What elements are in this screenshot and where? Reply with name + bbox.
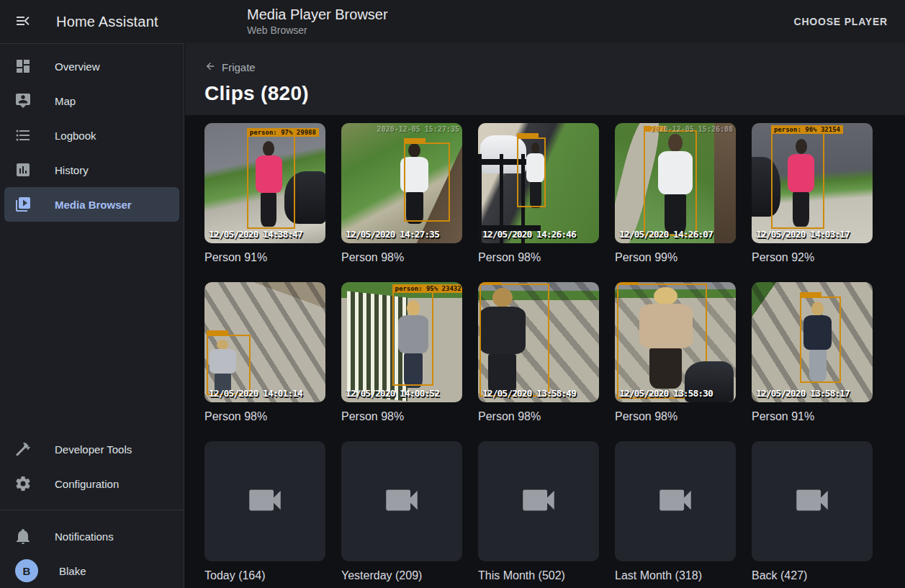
- clip-caption: Person 99%: [615, 250, 736, 266]
- breadcrumb-frigate[interactable]: Frigate: [204, 60, 256, 74]
- folder-card[interactable]: Today (164): [204, 441, 325, 584]
- dashboard-icon: [14, 58, 32, 75]
- app-bar: Home Assistant Media Player Browser Web …: [0, 0, 905, 43]
- clip-card[interactable]: person: 97% 29988 12/05/2020 14:38:47 Pe…: [204, 123, 325, 266]
- detection-bounding-box: person: 96% 32154: [771, 132, 824, 229]
- content-header: Frigate Clips (820): [185, 43, 905, 115]
- choose-player-button[interactable]: CHOOSE PLAYER: [788, 10, 893, 33]
- clip-thumbnail: 2020-12-05 15:26:08 12/05/2020 14:26:07: [615, 123, 736, 243]
- sidebar-tools: Developer Tools Configuration: [0, 432, 184, 501]
- bell-icon: [14, 528, 32, 545]
- detection-tag: person: 96% 32154: [771, 125, 843, 134]
- folder-thumbnail: [478, 441, 599, 561]
- sidebar-item-media-browser[interactable]: Media Browser: [4, 187, 179, 222]
- clip-thumbnail: 12/05/2020 14:01:14: [204, 282, 325, 402]
- detection-bounding-box: [644, 130, 697, 236]
- camera-osd-text: 2020-12-05 15:26:08: [651, 125, 733, 133]
- clip-timestamp: 12/05/2020 14:01:14: [209, 388, 302, 399]
- folder-card[interactable]: Back (427): [752, 441, 873, 584]
- main-content: Frigate Clips (820) person: 97% 29988 12…: [185, 43, 905, 588]
- breadcrumb-label: Frigate: [222, 61, 256, 73]
- page-title: Clips (820): [204, 82, 905, 105]
- detection-bounding-box: [800, 297, 841, 383]
- clip-card[interactable]: 12/05/2020 13:58:30 Person 98%: [615, 282, 736, 425]
- detection-bounding-box: [479, 284, 549, 397]
- sidebar-item-configuration[interactable]: Configuration: [4, 466, 179, 501]
- clip-thumbnail: 12/05/2020 14:26:46: [478, 123, 599, 243]
- profile-name: Blake: [59, 565, 86, 577]
- clip-timestamp: 12/05/2020 14:00:52: [346, 388, 439, 399]
- detection-bounding-box: [404, 143, 450, 222]
- clip-timestamp: 12/05/2020 14:26:46: [482, 229, 576, 240]
- clip-thumbnail: person: 97% 29988 12/05/2020 14:38:47: [204, 123, 325, 243]
- detection-tag: person: 95% 23432: [392, 284, 462, 293]
- web-browser-subtitle: Web Browser: [247, 24, 388, 36]
- folder-thumbnail: [204, 441, 325, 561]
- clip-card[interactable]: 12/05/2020 14:26:46 Person 98%: [478, 123, 599, 266]
- clip-card[interactable]: 2020-12-05 15:27:35 12/05/2020 14:27:35 …: [341, 123, 462, 266]
- folder-label: Last Month (318): [615, 568, 736, 584]
- sidebar-item-notifications[interactable]: Notifications: [4, 519, 179, 553]
- media-browser-icon: [14, 196, 32, 213]
- sidebar-item-history[interactable]: History: [4, 153, 179, 187]
- folder-card[interactable]: Last Month (318): [615, 441, 736, 584]
- clip-card[interactable]: person: 96% 32154 12/05/2020 14:03:17 Pe…: [752, 123, 873, 266]
- folder-label: This Month (502): [478, 568, 599, 584]
- video-camera-icon: [244, 479, 286, 524]
- page-title-block: Media Player Browser Web Browser: [247, 6, 388, 36]
- detection-bounding-box: person: 95% 23432: [392, 291, 433, 385]
- sidebar-item-developer-tools[interactable]: Developer Tools: [4, 432, 179, 466]
- detection-bounding-box: person: 97% 29988: [247, 135, 295, 229]
- detection-tag: [207, 330, 228, 336]
- sidebar-item-label: Logbook: [55, 130, 96, 142]
- sidebar-item-overview[interactable]: Overview: [4, 49, 179, 83]
- clip-caption: Person 98%: [341, 409, 462, 425]
- sidebar-item-map[interactable]: Map: [4, 83, 179, 118]
- app-title: Home Assistant: [56, 14, 158, 30]
- folder-thumbnail: [341, 441, 462, 561]
- clip-caption: Person 92%: [752, 250, 873, 266]
- detection-tag: person: 97% 29988: [247, 128, 319, 137]
- clip-thumbnail: 12/05/2020 13:58:17: [752, 282, 873, 402]
- video-camera-icon: [381, 479, 423, 524]
- clip-card[interactable]: 12/05/2020 13:58:17 Person 91%: [752, 282, 873, 425]
- detection-tag: [404, 138, 426, 144]
- detection-bounding-box: [207, 335, 250, 395]
- folder-thumbnail: [615, 441, 736, 561]
- clip-caption: Person 98%: [204, 409, 325, 425]
- menu-open-icon: [14, 12, 32, 32]
- detection-bounding-box: [517, 137, 546, 207]
- video-camera-icon: [518, 479, 559, 524]
- clip-timestamp: 12/05/2020 14:27:35: [346, 229, 439, 240]
- video-camera-icon: [654, 479, 696, 524]
- history-chart-icon: [14, 161, 32, 178]
- sidebar-nav-list: Overview Map Logbook History Media Brows…: [0, 44, 184, 222]
- folder-card[interactable]: This Month (502): [478, 441, 599, 584]
- detection-tag: [517, 133, 539, 139]
- clip-card[interactable]: 12/05/2020 14:01:14 Person 98%: [204, 282, 325, 425]
- arrow-left-icon: [204, 60, 216, 74]
- sidebar-item-label: Developer Tools: [55, 443, 132, 456]
- sidebar-toggle-button[interactable]: [7, 6, 39, 37]
- sidebar-item-label: Map: [55, 95, 76, 107]
- clip-thumbnail: 2020-12-05 15:27:35 12/05/2020 14:27:35: [341, 123, 462, 243]
- sidebar-item-label: Media Browser: [55, 199, 132, 211]
- clip-thumbnail: person: 96% 32154 12/05/2020 14:03:17: [752, 123, 873, 243]
- clip-timestamp: 12/05/2020 13:58:17: [756, 388, 850, 399]
- folder-label: Today (164): [204, 568, 325, 584]
- detection-tag: [479, 282, 501, 285]
- sidebar-item-label: Configuration: [55, 478, 119, 490]
- clip-card[interactable]: 2020-12-05 15:26:08 12/05/2020 14:26:07 …: [615, 123, 736, 266]
- clip-thumbnail: 12/05/2020 13:58:49: [478, 282, 599, 402]
- sidebar-item-profile[interactable]: B Blake: [4, 553, 179, 588]
- folder-card[interactable]: Yesterday (209): [341, 441, 462, 584]
- clip-card[interactable]: person: 95% 23432 12/05/2020 14:00:52 Pe…: [341, 282, 462, 425]
- clip-caption: Person 91%: [204, 250, 325, 266]
- clip-caption: Person 98%: [478, 250, 599, 266]
- video-camera-icon: [791, 479, 833, 524]
- sidebar-item-logbook[interactable]: Logbook: [4, 118, 179, 153]
- clip-card[interactable]: 12/05/2020 13:58:49 Person 98%: [478, 282, 599, 425]
- camera-osd-text: 2020-12-05 15:27:35: [377, 125, 459, 133]
- logbook-list-icon: [14, 127, 32, 144]
- sidebar: Overview Map Logbook History Media Brows…: [0, 43, 184, 588]
